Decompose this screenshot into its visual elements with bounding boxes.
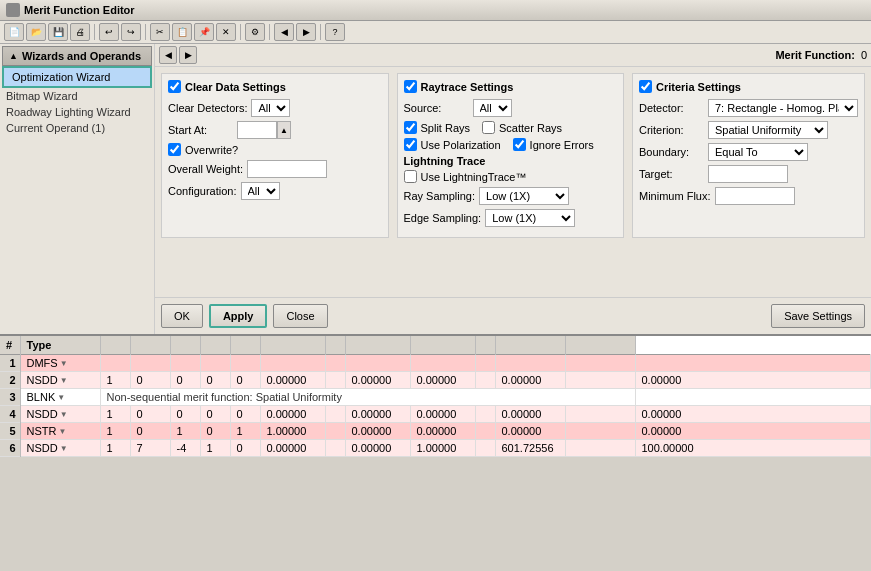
save-button[interactable]: 💾 [48,23,68,41]
source-select[interactable]: All [473,99,512,117]
row-type[interactable]: NSTR▼ [20,423,100,440]
print-button[interactable]: 🖨 [70,23,90,41]
row-val9: 0.00000 [410,372,475,389]
row-val6 [260,355,325,372]
separator-5 [320,24,321,40]
use-polarization-checkbox[interactable] [404,138,417,151]
row-val5: 0 [230,440,260,457]
detector-row: Detector: 7: Rectangle - Homog. Plane [639,99,858,117]
boundary-row: Boundary: Equal To [639,143,858,161]
raytrace-checkbox[interactable] [404,80,417,93]
save-settings-button[interactable]: Save Settings [771,304,865,328]
operands-table: # Type 1DMFS▼2NSDD▼100000.000000.000000.… [0,336,871,457]
row-type[interactable]: NSDD▼ [20,372,100,389]
ignore-errors-checkbox[interactable] [513,138,526,151]
minimum-flux-label: Minimum Flux: [639,190,711,202]
clear-detectors-row: Clear Detectors: All [168,99,382,117]
clear-detectors-select[interactable]: All [251,99,290,117]
nav-forward-button[interactable]: ▶ [179,46,197,64]
row-type[interactable]: NSDD▼ [20,440,100,457]
clear-data-title: Clear Data Settings [168,80,382,93]
use-lightning-checkbox[interactable] [404,170,417,183]
arrow-right-button[interactable]: ▶ [296,23,316,41]
target-row: Target: 0 [639,165,858,183]
sidebar-menu: Optimization Wizard [2,66,152,88]
configuration-row: Configuration: All [168,182,382,200]
undo-button[interactable]: ↩ [99,23,119,41]
row-val13: 100.00000 [635,440,871,457]
arrow-left-button[interactable]: ◀ [274,23,294,41]
col-v9 [410,336,475,355]
copy-button[interactable]: 📋 [172,23,192,41]
row-val11 [495,355,565,372]
boundary-select[interactable]: Equal To [708,143,808,161]
row-type[interactable]: BLNK▼ [20,389,100,406]
edge-sampling-select[interactable]: Low (1X) [485,209,575,227]
minimum-flux-input[interactable]: 0 [715,187,795,205]
row-val9: 0.00000 [410,406,475,423]
row-type[interactable]: DMFS▼ [20,355,100,372]
source-row: Source: All [404,99,618,117]
wizards-operands-header[interactable]: ▲ Wizards and Operands [2,46,152,66]
paste-button[interactable]: 📌 [194,23,214,41]
row-val4 [200,355,230,372]
row-val6: 0.00000 [260,406,325,423]
start-at-row: Start At: 1 ▲ [168,121,382,139]
ray-sampling-select[interactable]: Low (1X) [479,187,569,205]
table-row: 6NSDD▼17-4100.000000.000001.00000601.725… [0,440,871,457]
overall-weight-input[interactable]: 1 [247,160,327,178]
row-val12 [565,440,635,457]
delete-button[interactable]: ✕ [216,23,236,41]
new-button[interactable]: 📄 [4,23,24,41]
start-at-up-button[interactable]: ▲ [277,121,291,139]
collapse-icon: ▲ [9,51,18,61]
overall-weight-row: Overall Weight: 1 [168,160,382,178]
row-val2 [130,355,170,372]
cut-button[interactable]: ✂ [150,23,170,41]
sidebar-item-roadway-wizard[interactable]: Roadway Lighting Wizard [2,104,152,120]
separator-1 [94,24,95,40]
ok-button[interactable]: OK [161,304,203,328]
row-val2: 0 [130,406,170,423]
row-val11: 0.00000 [495,423,565,440]
detector-select[interactable]: 7: Rectangle - Homog. Plane [708,99,858,117]
edge-sampling-label: Edge Sampling: [404,212,482,224]
nav-back-button[interactable]: ◀ [159,46,177,64]
row-val1 [100,355,130,372]
redo-button[interactable]: ↪ [121,23,141,41]
overwrite-checkbox[interactable] [168,143,181,156]
table-row: 1DMFS▼ [0,355,871,372]
criterion-select[interactable]: Spatial Uniformity [708,121,828,139]
col-v10 [475,336,495,355]
apply-button[interactable]: Apply [209,304,268,328]
ignore-errors-label: Ignore Errors [530,139,594,151]
split-rays-checkbox[interactable] [404,121,417,134]
row-val5 [230,355,260,372]
row-type[interactable]: NSDD▼ [20,406,100,423]
row-val2: 0 [130,372,170,389]
criteria-checkbox[interactable] [639,80,652,93]
configuration-select[interactable]: All [241,182,280,200]
start-at-input[interactable]: 1 [237,121,277,139]
criteria-title: Criteria Settings [639,80,858,93]
close-button[interactable]: Close [273,304,327,328]
row-number: 6 [0,440,20,457]
sidebar-item-bitmap-wizard[interactable]: Bitmap Wizard [2,88,152,104]
row-val3: 0 [170,372,200,389]
scatter-rays-checkbox[interactable] [482,121,495,134]
help-button[interactable]: ? [325,23,345,41]
raytrace-label: Raytrace Settings [421,81,514,93]
overall-weight-label: Overall Weight: [168,163,243,175]
row-val7 [325,372,345,389]
sidebar-item-current-operand[interactable]: Current Operand (1) [2,120,152,136]
col-v11 [495,336,565,355]
clear-data-checkbox[interactable] [168,80,181,93]
sidebar-item-optimization-wizard[interactable]: Optimization Wizard [4,68,150,86]
row-val10 [475,406,495,423]
split-scatter-row: Split Rays Scatter Rays [404,121,618,138]
merit-function-label: Merit Function: [775,49,854,61]
settings-button[interactable]: ⚙ [245,23,265,41]
overwrite-label: Overwrite? [185,144,238,156]
open-button[interactable]: 📂 [26,23,46,41]
target-input[interactable]: 0 [708,165,788,183]
